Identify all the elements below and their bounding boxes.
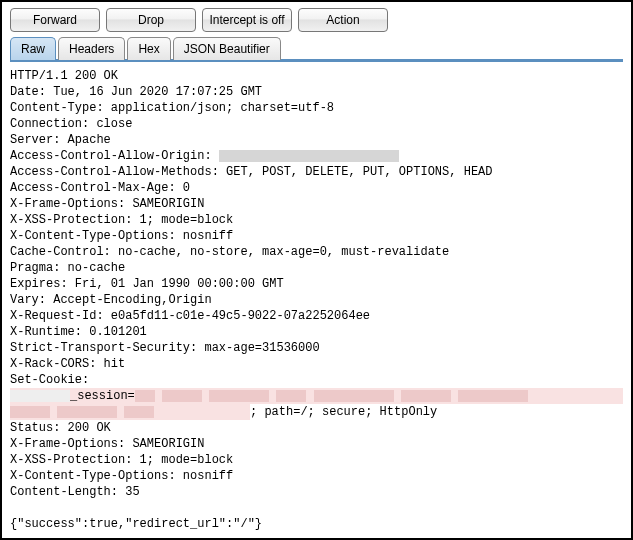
cookie-tail: ; path=/; secure; HttpOnly	[250, 405, 437, 419]
header-xcto: X-Content-Type-Options: nosniff	[10, 229, 233, 243]
header-xfo: X-Frame-Options: SAMEORIGIN	[10, 197, 204, 211]
header-acao-label: Access-Control-Allow-Origin:	[10, 149, 219, 163]
header-connection: Connection: close	[10, 117, 132, 131]
header-acam: Access-Control-Allow-Methods: GET, POST,…	[10, 165, 492, 179]
header-xcto2: X-Content-Type-Options: nosniff	[10, 469, 233, 483]
intercept-toggle-button[interactable]: Intercept is off	[202, 8, 292, 32]
header-pragma: Pragma: no-cache	[10, 261, 125, 275]
header-content-type: Content-Type: application/json; charset=…	[10, 101, 334, 115]
header-clen: Content-Length: 35	[10, 485, 140, 499]
header-date: Date: Tue, 16 Jun 2020 17:07:25 GMT	[10, 85, 262, 99]
action-button[interactable]: Action	[298, 8, 388, 32]
header-rack: X-Rack-CORS: hit	[10, 357, 125, 371]
header-vary: Vary: Accept-Encoding,Origin	[10, 293, 212, 307]
header-xss: X-XSS-Protection: 1; mode=block	[10, 213, 233, 227]
drop-button[interactable]: Drop	[106, 8, 196, 32]
redacted-origin	[219, 150, 399, 162]
tabbar: Raw Headers Hex JSON Beautifier	[10, 36, 623, 62]
session-eq: _session=	[70, 389, 135, 403]
header-xss2: X-XSS-Protection: 1; mode=block	[10, 453, 233, 467]
forward-button[interactable]: Forward	[10, 8, 100, 32]
header-runtime: X-Runtime: 0.101201	[10, 325, 147, 339]
header-acma: Access-Control-Max-Age: 0	[10, 181, 190, 195]
tabbar-wrap: Raw Headers Hex JSON Beautifier	[2, 36, 631, 62]
tab-json-beautifier[interactable]: JSON Beautifier	[173, 37, 281, 60]
redacted-cookie-prefix	[10, 390, 70, 402]
header-status2: Status: 200 OK	[10, 421, 111, 435]
header-xfo2: X-Frame-Options: SAMEORIGIN	[10, 437, 204, 451]
header-setcookie: Set-Cookie:	[10, 373, 89, 387]
tab-headers[interactable]: Headers	[58, 37, 125, 60]
redacted-cookie-line1: _session=	[10, 388, 623, 404]
http-status-line: HTTP/1.1 200 OK	[10, 69, 118, 83]
tab-hex[interactable]: Hex	[127, 37, 170, 60]
header-expires: Expires: Fri, 01 Jan 1990 00:00:00 GMT	[10, 277, 284, 291]
header-server: Server: Apache	[10, 133, 111, 147]
header-cache: Cache-Control: no-cache, no-store, max-a…	[10, 245, 449, 259]
response-body: {"success":true,"redirect_url":"/"}	[10, 517, 262, 531]
toolbar: Forward Drop Intercept is off Action	[2, 2, 631, 36]
header-sts: Strict-Transport-Security: max-age=31536…	[10, 341, 320, 355]
redacted-cookie-line2	[10, 404, 250, 420]
tab-raw[interactable]: Raw	[10, 37, 56, 60]
raw-content[interactable]: HTTP/1.1 200 OK Date: Tue, 16 Jun 2020 1…	[2, 62, 631, 540]
header-reqid: X-Request-Id: e0a5fd11-c01e-49c5-9022-07…	[10, 309, 370, 323]
proxy-intercept-panel: Forward Drop Intercept is off Action Raw…	[0, 0, 633, 540]
